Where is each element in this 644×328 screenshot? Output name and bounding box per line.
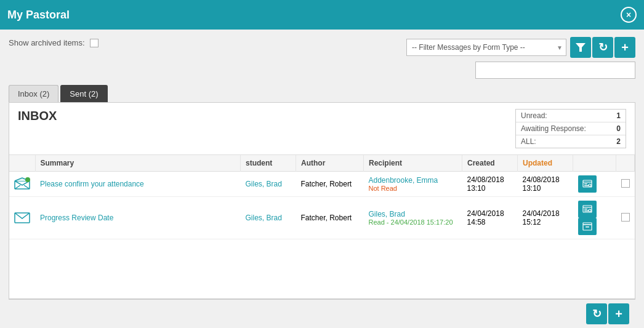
stat-all: ALL: 2 (516, 135, 626, 148)
tab-inbox[interactable]: Inbox (2) (9, 85, 58, 102)
row2-recipient: Giles, Brad Read - 24/04/2018 15:17:20 (364, 197, 462, 239)
row1-updated-time: 13:10 (523, 184, 568, 193)
row1-created: 24/08/2018 13:10 (462, 172, 518, 197)
col-author: Author (296, 155, 364, 172)
view-icon (582, 180, 592, 188)
row2-recipient-status: Read - 24/04/2018 15:17:20 (369, 218, 457, 226)
row2-actions (573, 197, 616, 239)
table-row: Progress Review Date Giles, Brad Fatcher… (9, 197, 635, 239)
row2-recipient-name[interactable]: Giles, Brad (369, 210, 457, 218)
svg-rect-5 (584, 183, 587, 185)
row2-updated: 24/04/2018 15:12 (518, 197, 573, 239)
archive-icon (582, 222, 592, 231)
row1-student: Giles, Brad (241, 172, 296, 197)
row2-created-date: 24/04/2018 (467, 209, 513, 218)
filter-button[interactable] (570, 37, 591, 58)
row1-updated: 24/08/2018 13:10 (518, 172, 573, 197)
table-row: Please confirm your attendance Giles, Br… (9, 172, 635, 197)
bottom-refresh-button[interactable]: ↻ (586, 303, 607, 324)
svg-marker-0 (576, 43, 586, 52)
col-icon (9, 155, 35, 172)
stat-all-value: 2 (616, 137, 621, 146)
inbox-title: INBOX (18, 109, 503, 123)
inbox-stats: Unread: 1 Awaiting Response: 0 ALL: 2 (515, 109, 626, 148)
row2-summary-link[interactable]: Progress Review Date (40, 214, 113, 222)
row1-recipient: Addenbrooke, Emma Not Read (364, 172, 462, 197)
row2-updated-date: 24/04/2018 (523, 209, 568, 218)
form-type-select[interactable]: -- Filter Messages by Form Type -- (406, 39, 566, 56)
bottom-bar: ↻ + (9, 299, 635, 328)
content-panel: INBOX Unread: 1 Awaiting Response: 0 ALL… (9, 102, 635, 299)
row2-view-button[interactable] (578, 201, 597, 218)
col-recipient: Recipient (364, 155, 462, 172)
row1-actions (573, 172, 616, 197)
row1-icon-cell (9, 172, 35, 197)
row1-author: Fatcher, Robert (296, 172, 364, 197)
svg-point-2 (25, 177, 30, 182)
stat-awaiting: Awaiting Response: 0 (516, 122, 626, 135)
row1-created-time: 13:10 (467, 184, 513, 193)
filter-area: -- Filter Messages by Form Type -- ↻ + (406, 37, 635, 79)
table-body: Please confirm your attendance Giles, Br… (9, 172, 635, 239)
filter-row-bottom (475, 62, 635, 79)
archived-checkbox[interactable] (90, 39, 99, 47)
inbox-header: INBOX Unread: 1 Awaiting Response: 0 ALL… (9, 103, 635, 155)
row2-created-time: 14:58 (467, 218, 513, 226)
stat-unread: Unread: 1 (516, 110, 626, 122)
row2-student-link[interactable]: Giles, Brad (246, 214, 282, 222)
form-type-select-wrapper: -- Filter Messages by Form Type -- (406, 39, 566, 56)
col-updated: Updated (518, 155, 573, 172)
col-checkbox (616, 155, 635, 172)
stat-unread-value: 1 (616, 111, 621, 120)
app-header: My Pastoral × (0, 0, 644, 30)
view-icon (582, 205, 592, 214)
add-button[interactable]: + (614, 37, 635, 58)
row1-view-button[interactable] (578, 175, 597, 193)
refresh-button[interactable]: ↻ (592, 37, 613, 58)
top-action-buttons: ↻ + (570, 37, 635, 58)
svg-rect-6 (584, 185, 589, 186)
svg-rect-13 (584, 210, 589, 212)
row1-recipient-name[interactable]: Addenbrooke, Emma (369, 176, 457, 185)
col-created: Created (462, 155, 518, 172)
row2-checkbox-cell (616, 197, 635, 239)
tabs-container: Inbox (2) Sent (2) (9, 85, 635, 102)
stat-awaiting-value: 0 (616, 124, 621, 133)
row1-checkbox[interactable] (621, 179, 630, 188)
close-button[interactable]: × (621, 7, 637, 23)
stat-awaiting-label: Awaiting Response: (521, 124, 586, 133)
open-envelope-icon (14, 177, 30, 190)
messages-table: Summary student Author Recipient Created… (9, 155, 635, 239)
row1-created-date: 24/08/2018 (467, 175, 513, 184)
stat-unread-label: Unread: (521, 111, 547, 120)
archived-label: Show archived items: (9, 38, 85, 47)
row1-updated-date: 24/08/2018 (523, 175, 568, 184)
row2-checkbox[interactable] (621, 213, 630, 222)
search-input[interactable] (475, 62, 635, 79)
row2-author: Fatcher, Robert (296, 197, 364, 239)
tab-sent[interactable]: Sent (2) (60, 85, 107, 102)
bottom-add-button[interactable]: + (608, 303, 629, 324)
row1-recipient-status: Not Read (369, 185, 457, 192)
row1-checkbox-cell (616, 172, 635, 197)
row2-created: 24/04/2018 14:58 (462, 197, 518, 239)
row2-archive-button[interactable] (578, 218, 597, 235)
svg-rect-12 (584, 209, 587, 210)
col-actions (573, 155, 616, 172)
col-summary: Summary (35, 155, 241, 172)
row2-summary: Progress Review Date (35, 197, 241, 239)
filter-row-top: -- Filter Messages by Form Type -- ↻ + (406, 37, 635, 58)
row2-student: Giles, Brad (241, 197, 296, 239)
col-student: student (241, 155, 296, 172)
table-header: Summary student Author Recipient Created… (9, 155, 635, 172)
stat-all-label: ALL: (521, 137, 536, 146)
top-controls: Show archived items: -- Filter Messages … (9, 37, 635, 79)
row1-student-link[interactable]: Giles, Brad (246, 180, 282, 188)
filter-icon (576, 43, 586, 52)
main-content: Show archived items: -- Filter Messages … (0, 30, 644, 328)
closed-envelope-icon (14, 211, 30, 223)
row1-summary: Please confirm your attendance (35, 172, 241, 197)
row1-summary-link[interactable]: Please confirm your attendance (40, 180, 144, 188)
row2-updated-time: 15:12 (523, 218, 568, 226)
table-container: Summary student Author Recipient Created… (9, 155, 635, 298)
